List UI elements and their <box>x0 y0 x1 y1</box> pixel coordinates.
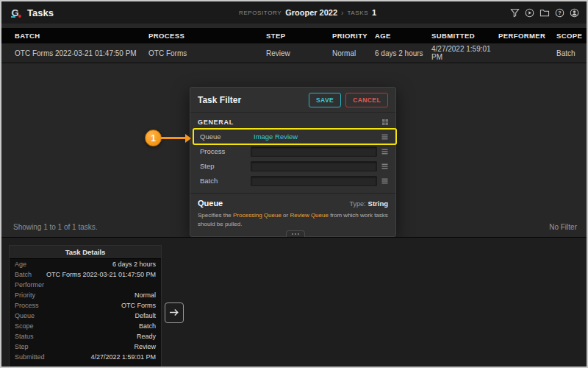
column-header-submitted[interactable]: SUBMITTED <box>431 32 498 40</box>
property-type: Type:String <box>350 199 388 208</box>
play-circle-icon[interactable] <box>525 8 534 18</box>
general-section-label: GENERAL <box>198 118 234 126</box>
cell-age: 6 days 2 hours <box>375 49 431 57</box>
cell-step: Review <box>266 49 332 57</box>
process-menu-icon[interactable] <box>381 149 388 155</box>
save-button[interactable]: SAVE <box>309 93 341 107</box>
filter-icon[interactable] <box>510 8 520 18</box>
filter-field-batch: Batch <box>198 174 388 187</box>
review-queue-link[interactable]: Review Queue <box>290 212 328 219</box>
task-grid-header: BATCH PROCESS STEP PRIORITY AGE SUBMITTE… <box>1 28 587 43</box>
filter-status-text: No Filter <box>549 223 577 231</box>
column-header-age[interactable]: AGE <box>375 32 431 40</box>
bottom-pane: Task Details Age 6 days 2 hours Batch OT… <box>1 237 587 367</box>
detail-row-performer: Performer <box>10 280 161 290</box>
annotation-arrow-head <box>185 134 191 143</box>
toolbar-icons: ? <box>510 8 579 18</box>
folder-icon[interactable] <box>539 8 550 18</box>
property-description: Specifies the Processing Queue or Review… <box>198 211 388 230</box>
detail-row-priority: Priority Normal <box>10 290 161 300</box>
column-header-batch[interactable]: BATCH <box>15 32 148 40</box>
filter-field-step: Step <box>198 160 388 172</box>
column-header-priority[interactable]: PRIORITY <box>332 32 375 40</box>
annotation-step-badge: 1 <box>145 130 162 146</box>
page-title: Tasks <box>27 7 54 18</box>
tasks-label: TASKS <box>347 10 368 16</box>
property-name: Queue <box>198 199 223 208</box>
column-header-performer[interactable]: PERFORMER <box>498 32 556 40</box>
app-window: G Tasks REPOSITORY Grooper 2022 › TASKS … <box>0 0 588 368</box>
cell-batch: OTC Forms 2022-03-21 01:47:50 PM <box>15 49 148 57</box>
tasks-count: 1 <box>372 8 376 17</box>
annotation-arrow-line <box>160 137 187 139</box>
detail-row-queue: Queue Default <box>10 311 161 321</box>
detail-row-submitted: Submitted 4/27/2022 1:59:01 PM <box>10 352 161 362</box>
repository-name[interactable]: Grooper 2022 <box>285 8 337 17</box>
next-task-button[interactable] <box>165 302 184 323</box>
table-row[interactable]: OTC Forms 2022-03-21 01:47:50 PM OTC For… <box>1 43 587 63</box>
property-help-panel: Queue Type:String Specifies the Processi… <box>190 193 395 236</box>
detail-row-process: Process OTC Forms <box>10 300 161 311</box>
cell-submitted: 4/27/2022 1:59:01 PM <box>431 45 498 61</box>
cancel-button[interactable]: CANCEL <box>345 93 388 107</box>
step-menu-icon[interactable] <box>381 163 388 169</box>
record-count-text: Showing 1 to 1 of 1 tasks. <box>13 223 98 231</box>
cell-priority: Normal <box>332 49 375 57</box>
svg-text:?: ? <box>558 10 562 16</box>
detail-row-status: Status Ready <box>10 331 161 342</box>
detail-row-step: Step Review <box>10 342 161 352</box>
detail-row-age: Age 6 days 2 hours <box>10 259 161 269</box>
detail-row-batch: Batch OTC Forms 2022-03-21 01:47:50 PM <box>10 269 161 280</box>
process-input[interactable] <box>251 146 377 157</box>
batch-menu-icon[interactable] <box>381 178 388 184</box>
dialog-title: Task Filter <box>198 95 241 105</box>
help-icon[interactable]: ? <box>555 8 564 18</box>
column-header-scope[interactable]: SCOPE <box>556 32 587 40</box>
column-header-step[interactable]: STEP <box>266 32 332 40</box>
repository-label: REPOSITORY <box>239 10 282 16</box>
top-bar: G Tasks REPOSITORY Grooper 2022 › TASKS … <box>1 1 587 24</box>
cell-scope: Batch <box>556 49 587 57</box>
grooper-logo-icon[interactable]: G <box>9 7 21 19</box>
filter-field-process: Process <box>198 145 388 158</box>
general-section-header: GENERAL <box>198 118 388 126</box>
cell-process: OTC Forms <box>148 49 266 57</box>
main-area: Task Filter SAVE CANCEL GENERAL Queue Im… <box>1 63 587 237</box>
category-view-icon[interactable] <box>382 119 388 125</box>
task-filter-dialog: Task Filter SAVE CANCEL GENERAL Queue Im… <box>190 87 396 237</box>
breadcrumb-separator: › <box>341 9 343 17</box>
breadcrumb: REPOSITORY Grooper 2022 › TASKS 1 <box>239 1 376 24</box>
task-details-panel: Task Details Age 6 days 2 hours Batch OT… <box>9 245 162 368</box>
queue-menu-icon[interactable] <box>381 134 388 140</box>
detail-row-scope: Scope Batch <box>10 321 161 331</box>
batch-input[interactable] <box>251 176 377 186</box>
account-icon[interactable] <box>570 8 579 18</box>
dialog-title-bar: Task Filter SAVE CANCEL <box>190 88 395 113</box>
help-header: Queue Type:String <box>198 199 388 208</box>
logo-red-dot <box>18 15 21 18</box>
processing-queue-link[interactable]: Processing Queue <box>233 212 282 219</box>
dialog-body: GENERAL Queue Image Review Process <box>190 113 395 193</box>
arrow-right-icon <box>169 308 179 319</box>
filter-field-queue: Queue Image Review <box>198 130 388 143</box>
step-input[interactable] <box>251 161 377 171</box>
column-header-process[interactable]: PROCESS <box>148 32 266 40</box>
splitter-handle[interactable] <box>286 230 305 237</box>
logo-teal-mark <box>11 16 15 18</box>
task-details-title: Task Details <box>10 246 161 259</box>
queue-input[interactable]: Image Review <box>251 132 377 141</box>
